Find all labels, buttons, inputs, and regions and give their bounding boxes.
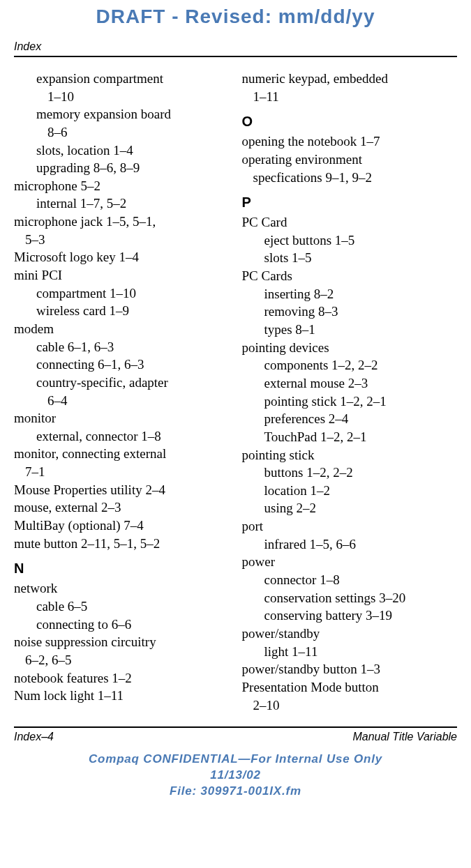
index-entry: noise suppression circuitry [14, 633, 230, 651]
footer-rule [14, 726, 457, 728]
page-number: Index–4 [14, 731, 54, 743]
index-entry: 2–10 [253, 696, 458, 715]
index-col-right: numeric keypad, embedded1–11Oopening the… [242, 70, 458, 714]
index-entry: microphone 5–2 [14, 177, 230, 195]
index-entry: 1–11 [253, 88, 458, 106]
index-entry: memory expansion board [36, 105, 230, 123]
index-entry: 6–2, 6–5 [25, 651, 230, 669]
index-entry: power [242, 553, 458, 571]
index-entry: connecting 6–1, 6–3 [36, 356, 230, 374]
index-entry: Microsoft logo key 1–4 [14, 248, 230, 266]
index-entry: buttons 1–2, 2–2 [264, 464, 458, 482]
index-entry: monitor, connecting external [14, 445, 230, 463]
index-entry: monitor [14, 409, 230, 427]
running-head: Index [14, 40, 457, 53]
index-entry: location 1–2 [264, 482, 458, 500]
index-entry: specfications 9–1, 9–2 [253, 169, 458, 187]
manual-title: Manual Title Variable [352, 731, 457, 743]
footer-row: Index–4 Manual Title Variable [14, 731, 457, 743]
index-entry: light 1–11 [264, 643, 458, 661]
index-letter-head: P [242, 193, 458, 212]
index-entry: opening the notebook 1–7 [242, 132, 458, 151]
index-entry: 6–4 [47, 392, 230, 410]
index-entry: 8–6 [47, 123, 230, 142]
index-entry: TouchPad 1–2, 2–1 [264, 428, 458, 446]
draft-header: DRAFT - Revised: mm/dd/yy [0, 0, 471, 28]
index-entry: inserting 8–2 [264, 285, 458, 303]
index-entry: cable 6–1, 6–3 [36, 338, 230, 356]
index-entry: microphone jack 1–5, 5–1, [14, 213, 230, 231]
index-entry: PC Cards [242, 267, 458, 285]
index-entry: operating environment [242, 151, 458, 169]
index-entry: removing 8–3 [264, 303, 458, 321]
index-entry: cable 6–5 [36, 597, 230, 616]
index-entry: Presentation Mode button [242, 678, 458, 696]
index-entry: slots, location 1–4 [36, 142, 230, 160]
header-rule [14, 56, 457, 57]
index-entry: pointing devices [242, 339, 458, 357]
index-entry: slots 1–5 [264, 249, 458, 267]
index-entry: power/standby button 1–3 [242, 660, 458, 678]
index-entry: country-specific, adapter [36, 374, 230, 392]
index-entry: components 1–2, 2–2 [264, 356, 458, 374]
index-entry: preferences 2–4 [264, 410, 458, 428]
index-entry: wireless card 1–9 [36, 302, 230, 320]
index-entry: upgrading 8–6, 8–9 [36, 159, 230, 177]
index-entry: pointing stick 1–2, 2–1 [264, 393, 458, 411]
index-entry: mute button 2–11, 5–1, 5–2 [14, 535, 230, 553]
index-entry: numeric keypad, embedded [242, 70, 458, 88]
index-entry: conservation settings 3–20 [264, 589, 458, 607]
index-entry: internal 1–7, 5–2 [36, 195, 230, 213]
index-entry: port [242, 517, 458, 535]
index-entry: modem [14, 320, 230, 338]
confidential-file: File: 309971-001IX.fm [0, 784, 471, 800]
index-entry: conserving battery 3–19 [264, 607, 458, 625]
index-entry: expansion compartment [36, 70, 230, 88]
index-entry: infrared 1–5, 6–6 [264, 535, 458, 554]
index-entry: external, connector 1–8 [36, 427, 230, 446]
index-entry: connecting to 6–6 [36, 616, 230, 634]
index-entry: external mouse 2–3 [264, 374, 458, 393]
index-entry: connector 1–8 [264, 571, 458, 589]
index-entry: Num lock light 1–11 [14, 687, 230, 705]
index-entry: 7–1 [25, 463, 230, 481]
index-entry: 1–10 [47, 88, 230, 106]
index-letter-head: N [14, 559, 230, 578]
index-entry: MultiBay (optional) 7–4 [14, 517, 230, 535]
index-entry: compartment 1–10 [36, 284, 230, 303]
index-entry: network [14, 579, 230, 597]
confidential-line-1: Compaq CONFIDENTIAL—For Internal Use Onl… [0, 752, 471, 768]
index-entry: mouse, external 2–3 [14, 498, 230, 517]
confidential-block: Compaq CONFIDENTIAL—For Internal Use Onl… [0, 752, 471, 805]
index-entry: using 2–2 [264, 499, 458, 517]
index-entry: types 8–1 [264, 321, 458, 339]
index-letter-head: O [242, 112, 458, 131]
index-columns: expansion compartment1–10memory expansio… [14, 70, 457, 714]
index-entry: PC Card [242, 213, 458, 231]
confidential-date: 11/13/02 [0, 768, 471, 784]
index-entry: notebook features 1–2 [14, 669, 230, 687]
index-entry: pointing stick [242, 446, 458, 464]
index-entry: 5–3 [25, 231, 230, 249]
index-entry: mini PCI [14, 266, 230, 284]
index-entry: power/standby [242, 625, 458, 643]
index-entry: eject buttons 1–5 [264, 231, 458, 250]
index-col-left: expansion compartment1–10memory expansio… [14, 70, 230, 714]
index-entry: Mouse Properties utility 2–4 [14, 481, 230, 499]
